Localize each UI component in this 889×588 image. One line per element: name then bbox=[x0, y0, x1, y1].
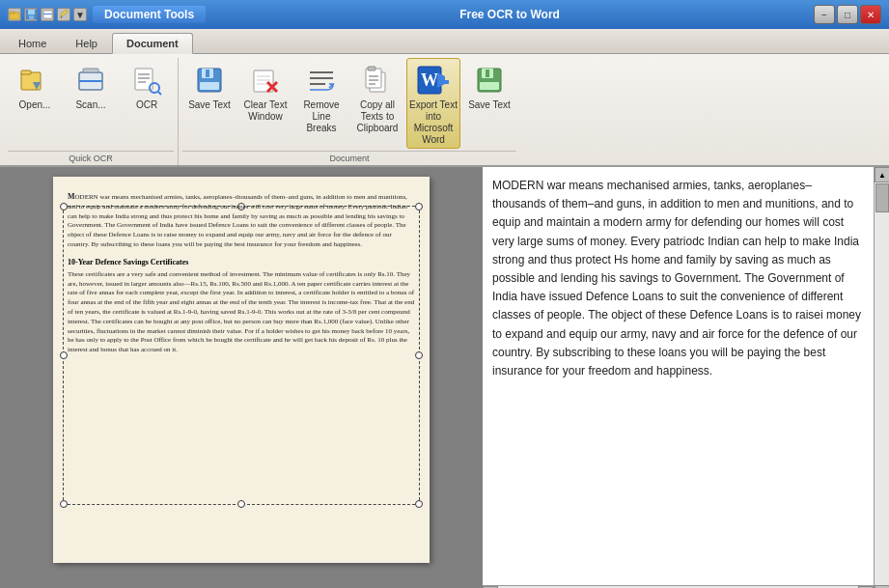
save-text-button[interactable]: Save Text bbox=[182, 58, 236, 120]
ribbon-tabs: Home Help Document bbox=[0, 29, 889, 54]
clear-window-icon bbox=[248, 63, 283, 98]
quick-ocr-group-label: Quick OCR bbox=[8, 151, 174, 163]
svg-line-20 bbox=[158, 92, 161, 95]
svg-rect-14 bbox=[83, 69, 98, 72]
svg-rect-24 bbox=[200, 82, 219, 90]
document-page: MODERN war means mechanised armies, tank… bbox=[53, 177, 430, 563]
document-tools-label: Document Tools bbox=[93, 6, 206, 23]
app-title: Free OCR to Word bbox=[459, 8, 560, 21]
export-word-label: Export Text into Microsoft Word bbox=[409, 99, 458, 146]
save-text2-button[interactable]: Save Text bbox=[462, 58, 516, 120]
svg-rect-10 bbox=[21, 70, 31, 74]
v-scroll-thumb[interactable] bbox=[875, 183, 889, 212]
save-text2-icon bbox=[472, 63, 507, 98]
copy-clipboard-button[interactable]: Copy all Texts to Clipboard bbox=[350, 58, 404, 137]
group-quick-ocr: Open... Scan... bbox=[4, 58, 179, 165]
svg-rect-1 bbox=[10, 12, 14, 14]
svg-marker-7 bbox=[61, 10, 68, 17]
open-button[interactable]: Open... bbox=[8, 58, 62, 120]
save-text-icon bbox=[192, 63, 227, 98]
title-bar-left: ▼ Document Tools bbox=[8, 6, 206, 23]
remove-breaks-button[interactable]: Remove Line Breaks bbox=[294, 58, 348, 137]
save-text-label: Save Text bbox=[188, 99, 231, 111]
svg-rect-36 bbox=[368, 67, 375, 70]
handle-mr[interactable] bbox=[415, 351, 423, 359]
scan-label: Scan... bbox=[75, 99, 105, 111]
save-text2-label: Save Text bbox=[468, 99, 511, 111]
svg-rect-43 bbox=[443, 80, 449, 84]
handle-tr[interactable] bbox=[415, 203, 423, 210]
svg-rect-6 bbox=[43, 14, 52, 14]
export-word-button[interactable]: W Export Text into Microsoft Word bbox=[406, 58, 460, 149]
svg-rect-23 bbox=[206, 70, 209, 77]
close-button[interactable]: ✕ bbox=[860, 5, 881, 24]
svg-rect-46 bbox=[486, 70, 489, 77]
scan-button[interactable]: Scan... bbox=[64, 58, 118, 120]
document-buttons: Save Text Clear Text Window bbox=[182, 58, 516, 149]
open-label: Open... bbox=[19, 99, 51, 111]
v-scroll-track[interactable] bbox=[875, 182, 889, 585]
svg-rect-47 bbox=[480, 82, 499, 90]
handle-bl[interactable] bbox=[60, 500, 68, 508]
svg-rect-3 bbox=[28, 10, 35, 14]
right-panel: MODERN war means mechanised armies, tank… bbox=[483, 167, 874, 588]
vertical-scrollbar[interactable]: ▲ ▼ bbox=[874, 167, 889, 588]
main-content: MODERN war means mechanised armies, tank… bbox=[0, 167, 889, 588]
svg-rect-35 bbox=[366, 69, 381, 88]
toolbar-icon-pencil[interactable] bbox=[57, 8, 70, 21]
left-panel[interactable]: MODERN war means mechanised armies, tank… bbox=[0, 167, 483, 588]
remove-breaks-icon bbox=[304, 63, 339, 98]
document-group-label: Document bbox=[182, 151, 516, 163]
minimize-button[interactable]: − bbox=[814, 5, 835, 24]
ocr-icon bbox=[129, 63, 164, 98]
copy-clipboard-icon bbox=[360, 63, 395, 98]
copy-clipboard-label: Copy all Texts to Clipboard bbox=[353, 99, 402, 134]
group-document: Save Text Clear Text Window bbox=[179, 58, 520, 165]
remove-breaks-label: Remove Line Breaks bbox=[297, 99, 346, 134]
handle-ml[interactable] bbox=[60, 351, 68, 359]
quick-ocr-buttons: Open... Scan... bbox=[8, 58, 174, 149]
svg-text:W: W bbox=[421, 70, 438, 90]
window-controls: − □ ✕ bbox=[814, 5, 881, 24]
doc-heading: 10-Year Defence Savings Certificates bbox=[68, 258, 415, 266]
clear-window-label: Clear Text Window bbox=[241, 99, 290, 123]
toolbar-icon-scan[interactable] bbox=[41, 8, 54, 21]
clear-window-button[interactable]: Clear Text Window bbox=[238, 58, 292, 126]
ocr-label: OCR bbox=[136, 99, 157, 111]
tab-help[interactable]: Help bbox=[61, 33, 112, 53]
ribbon: Open... Scan... bbox=[0, 54, 889, 167]
tab-home[interactable]: Home bbox=[4, 33, 61, 53]
doc-para-1: MODERN war means mechanised armies, tank… bbox=[68, 191, 415, 250]
right-content-wrapper: MODERN war means mechanised armies, tank… bbox=[483, 167, 889, 588]
ocr-button[interactable]: OCR bbox=[120, 58, 174, 120]
handle-tl[interactable] bbox=[60, 203, 68, 210]
handle-br[interactable] bbox=[415, 500, 423, 508]
export-word-icon: W bbox=[416, 63, 451, 98]
handle-bm[interactable] bbox=[237, 500, 245, 508]
doc-body: These certificates are a very safe and c… bbox=[68, 270, 415, 355]
document-text-content: MODERN war means mechanised armies, tank… bbox=[68, 191, 415, 355]
toolbar-icon-arrow[interactable]: ▼ bbox=[73, 8, 87, 21]
svg-rect-13 bbox=[79, 80, 102, 82]
extracted-text-area[interactable]: MODERN war means mechanised armies, tank… bbox=[483, 167, 874, 585]
maximize-button[interactable]: □ bbox=[837, 5, 858, 24]
title-bar: ▼ Document Tools Free OCR to Word − □ ✕ bbox=[0, 0, 889, 29]
svg-rect-4 bbox=[29, 15, 34, 19]
tab-document[interactable]: Document bbox=[112, 33, 193, 54]
toolbar-icon-save[interactable] bbox=[24, 8, 38, 21]
scroll-up-button[interactable]: ▲ bbox=[875, 167, 889, 182]
toolbar-icon-folder[interactable] bbox=[8, 8, 21, 21]
open-icon bbox=[17, 63, 52, 98]
scan-icon bbox=[73, 63, 108, 98]
toolbar-icons: ▼ bbox=[8, 8, 87, 21]
extracted-text: MODERN war means mechanised armies, tank… bbox=[492, 177, 864, 380]
